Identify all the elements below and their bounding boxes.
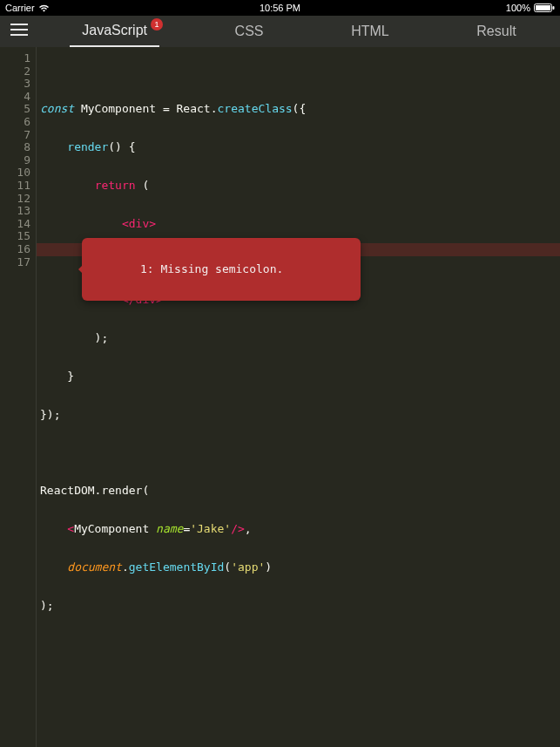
code-line: return ( — [40, 180, 560, 193]
line-number: 9 — [0, 154, 30, 167]
line-number: 5 — [0, 103, 30, 116]
line-number: 12 — [0, 193, 30, 206]
line-number: 7 — [0, 129, 30, 142]
line-number: 13 — [0, 205, 30, 218]
tab-javascript[interactable]: JavaScript 1 — [70, 16, 159, 47]
line-number: 17 — [0, 256, 30, 269]
status-bar: Carrier 10:56 PM 100% — [0, 0, 560, 16]
code-line: }); — [40, 409, 560, 422]
code-line — [40, 446, 560, 459]
error-count-badge: 1 — [151, 18, 163, 31]
code-editor[interactable]: 1234567891011121314151617 const MyCompon… — [0, 47, 560, 747]
code-line: <div> — [40, 218, 560, 231]
line-number: 1 — [0, 52, 30, 65]
tab-label: JavaScript — [82, 23, 147, 38]
line-number-gutter: 1234567891011121314151617 — [0, 47, 37, 747]
line-number: 4 — [0, 91, 30, 104]
line-number: 14 — [0, 218, 30, 231]
code-line: document.getElementById('app') — [40, 561, 560, 574]
menu-button[interactable] — [0, 16, 38, 47]
code-line — [40, 714, 560, 727]
code-line — [40, 676, 560, 689]
line-number: 6 — [0, 116, 30, 129]
line-number: 8 — [0, 141, 30, 154]
line-number: 16 — [0, 243, 30, 256]
line-number: 3 — [0, 78, 30, 91]
line-number: 2 — [0, 65, 30, 78]
tab-label: HTML — [351, 24, 389, 39]
svg-rect-5 — [10, 34, 28, 36]
code-line — [40, 637, 560, 650]
code-line: ); — [40, 332, 560, 345]
tab-css[interactable]: CSS — [223, 16, 276, 47]
error-tooltip: 1: Missing semicolon. — [82, 238, 361, 301]
code-line: <MyComponent name='Jake'/>, — [40, 523, 560, 536]
tab-label: CSS — [235, 24, 264, 39]
hamburger-icon — [10, 24, 28, 39]
svg-rect-4 — [10, 29, 28, 31]
error-message: 1: Missing semicolon. — [140, 262, 283, 275]
svg-rect-2 — [553, 6, 555, 10]
tab-label: Result — [476, 24, 516, 39]
line-number: 15 — [0, 230, 30, 243]
code-line: render() { — [40, 141, 560, 154]
tab-bar: JavaScript 1 CSS HTML Result — [0, 16, 560, 47]
wifi-icon — [38, 4, 50, 12]
line-number: 10 — [0, 166, 30, 180]
tab-result[interactable]: Result — [464, 16, 528, 47]
code-line: const MyComponent = React.createClass({ — [40, 103, 560, 116]
tab-html[interactable]: HTML — [339, 16, 401, 47]
carrier-label: Carrier — [5, 3, 35, 13]
line-number: 11 — [0, 180, 30, 193]
code-line: } — [40, 370, 560, 384]
svg-rect-3 — [10, 24, 28, 25]
battery-percent: 100% — [506, 3, 530, 13]
battery-icon — [534, 3, 555, 12]
code-line: ReactDOM.render( — [40, 485, 560, 498]
code-line: ); — [40, 600, 560, 613]
svg-rect-1 — [536, 5, 550, 10]
code-area[interactable]: const MyComponent = React.createClass({ … — [37, 47, 560, 747]
status-time: 10:56 PM — [260, 3, 300, 13]
